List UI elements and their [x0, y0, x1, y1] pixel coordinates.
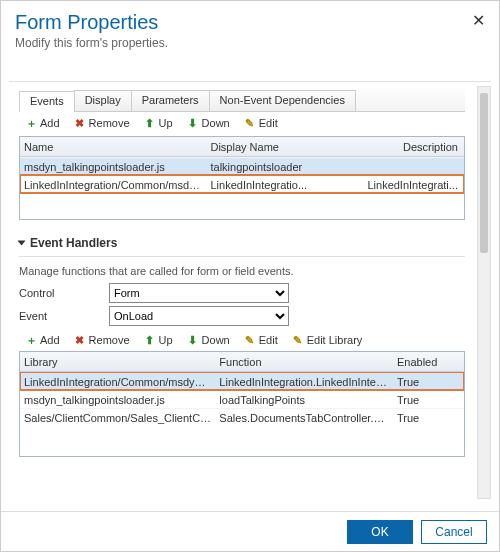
down-handler-button[interactable]: ⬇ Down: [185, 333, 232, 347]
event-select[interactable]: OnLoad: [109, 306, 289, 326]
edit-library-icon: ✎: [292, 334, 304, 346]
footer: OK Cancel: [1, 511, 499, 551]
edit-icon: ✎: [244, 117, 256, 129]
tabs: Events Display Parameters Non-Event Depe…: [19, 90, 465, 112]
down-button[interactable]: ⬇ Down: [185, 116, 232, 130]
cell-library: LinkedInIntegration/Common/msdyn_L...: [20, 376, 215, 388]
remove-handler-button[interactable]: ✖ Remove: [72, 333, 132, 347]
tab-events[interactable]: Events: [19, 91, 75, 112]
col-library[interactable]: Library: [20, 356, 215, 368]
edit-library-label: Edit Library: [307, 334, 363, 346]
cell-library: Sales/ClientCommon/Sales_ClientCom...: [20, 412, 215, 424]
edit-library-button[interactable]: ✎ Edit Library: [290, 333, 365, 347]
close-button[interactable]: ✕: [472, 11, 485, 30]
remove-icon: ✖: [74, 117, 86, 129]
cell-function: LinkedInIntegration.LinkedInIntegration.…: [215, 376, 393, 388]
col-description[interactable]: Description: [331, 141, 464, 153]
edit-button[interactable]: ✎ Edit: [242, 116, 280, 130]
table-row[interactable]: Sales/ClientCommon/Sales_ClientCom... Sa…: [20, 408, 464, 426]
edit-label: Edit: [259, 334, 278, 346]
edit-handler-button[interactable]: ✎ Edit: [242, 333, 280, 347]
down-label: Down: [202, 117, 230, 129]
tab-parameters[interactable]: Parameters: [131, 90, 210, 111]
up-label: Up: [159, 334, 173, 346]
remove-icon: ✖: [74, 334, 86, 346]
add-button[interactable]: ＋ Add: [23, 116, 62, 130]
cell-function: Sales.DocumentsTabController.shouldS...: [215, 412, 393, 424]
event-label: Event: [19, 310, 109, 322]
up-button[interactable]: ⬆ Up: [142, 116, 175, 130]
event-handlers-title: Event Handlers: [30, 236, 117, 250]
scrollbar[interactable]: [477, 86, 491, 499]
up-label: Up: [159, 117, 173, 129]
page-subtitle: Modify this form's properties.: [15, 36, 485, 50]
table-row[interactable]: msdyn_talkingpointsloader.js talkingpoin…: [20, 157, 464, 175]
page-title: Form Properties: [15, 11, 485, 34]
divider: [19, 256, 465, 257]
add-icon: ＋: [25, 334, 37, 346]
col-display-name[interactable]: Display Name: [206, 141, 330, 153]
add-label: Add: [40, 334, 60, 346]
cell-enabled: True: [393, 394, 464, 406]
up-icon: ⬆: [144, 117, 156, 129]
col-enabled[interactable]: Enabled: [393, 356, 464, 368]
table-row[interactable]: LinkedInIntegration/Common/msdyn_L... Li…: [20, 175, 464, 193]
remove-button[interactable]: ✖ Remove: [72, 116, 132, 130]
down-icon: ⬇: [187, 117, 199, 129]
up-handler-button[interactable]: ⬆ Up: [142, 333, 175, 347]
cell-name: LinkedInIntegration/Common/msdyn_L...: [20, 179, 206, 191]
down-icon: ⬇: [187, 334, 199, 346]
libraries-toolbar: ＋ Add ✖ Remove ⬆ Up ⬇ Down ✎ Edit: [19, 112, 465, 134]
content-area: Events Display Parameters Non-Event Depe…: [9, 81, 491, 503]
control-label: Control: [19, 287, 109, 299]
remove-label: Remove: [89, 334, 130, 346]
libraries-grid: Name Display Name Description msdyn_talk…: [19, 136, 465, 220]
remove-label: Remove: [89, 117, 130, 129]
tab-non-event-deps[interactable]: Non-Event Dependencies: [209, 90, 356, 111]
ok-button[interactable]: OK: [347, 520, 413, 544]
table-row[interactable]: LinkedInIntegration/Common/msdyn_L... Li…: [20, 372, 464, 390]
cell-display: talkingpointsloader: [206, 161, 330, 173]
cell-function: loadTalkingPoints: [215, 394, 393, 406]
handlers-toolbar: ＋ Add ✖ Remove ⬆ Up ⬇ Down ✎ Edit ✎ Edit…: [19, 329, 465, 351]
cell-enabled: True: [393, 376, 464, 388]
disclosure-icon: [18, 241, 26, 246]
down-label: Down: [202, 334, 230, 346]
add-handler-button[interactable]: ＋ Add: [23, 333, 62, 347]
cell-enabled: True: [393, 412, 464, 424]
tab-display[interactable]: Display: [74, 90, 132, 111]
cell-desc: LinkedInIntegrati...: [331, 179, 464, 191]
handlers-grid: Library Function Enabled LinkedInIntegra…: [19, 351, 465, 457]
edit-label: Edit: [259, 117, 278, 129]
add-label: Add: [40, 117, 60, 129]
scrollbar-thumb[interactable]: [480, 93, 488, 253]
col-name[interactable]: Name: [20, 141, 206, 153]
table-row[interactable]: msdyn_talkingpointsloader.js loadTalking…: [20, 390, 464, 408]
control-select[interactable]: Form: [109, 283, 289, 303]
up-icon: ⬆: [144, 334, 156, 346]
cancel-button[interactable]: Cancel: [421, 520, 487, 544]
col-function[interactable]: Function: [215, 356, 393, 368]
event-handlers-header[interactable]: Event Handlers: [19, 236, 465, 250]
event-handlers-desc: Manage functions that are called for for…: [19, 265, 465, 277]
add-icon: ＋: [25, 117, 37, 129]
edit-icon: ✎: [244, 334, 256, 346]
cell-library: msdyn_talkingpointsloader.js: [20, 394, 215, 406]
cell-display: LinkedInIntegratio...: [206, 179, 330, 191]
cell-name: msdyn_talkingpointsloader.js: [20, 161, 206, 173]
